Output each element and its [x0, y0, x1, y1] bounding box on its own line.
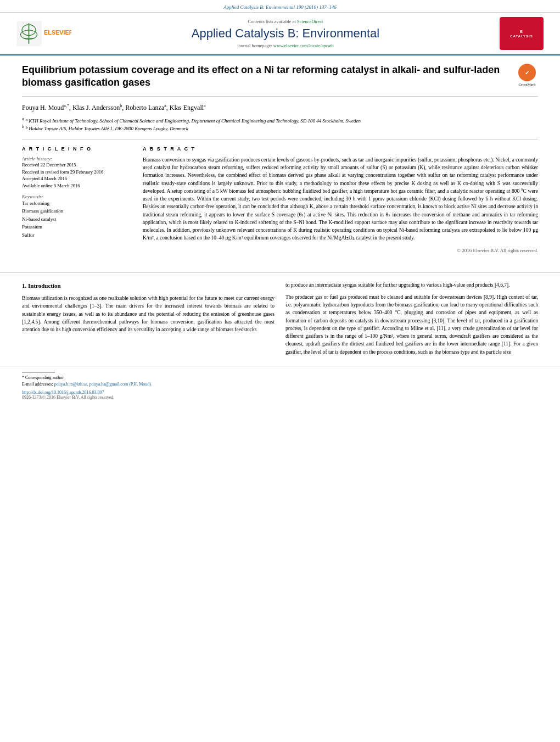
footer-doi[interactable]: http://dx.doi.org/10.1016/j.apcatb.2016.… — [22, 390, 538, 395]
online-date: Available online 5 March 2016 — [22, 182, 132, 189]
elsevier-logo: ELSEVIER — [16, 20, 71, 47]
article-history: Article history: Received 22 December 20… — [22, 156, 132, 189]
keywords-label: Keywords: — [22, 194, 132, 199]
article-info-col: A R T I C L E I N F O Article history: R… — [22, 146, 132, 253]
affiliation-a: a ᵃ KTH Royal Institute of Technology, S… — [22, 116, 538, 125]
intro-left-col: 1. Introduction Biomass utilization is r… — [22, 281, 275, 360]
svg-text:ELSEVIER: ELSEVIER — [44, 29, 71, 36]
intro-p1: Biomass utilization is recognized as one… — [22, 294, 275, 333]
svg-text:✓: ✓ — [525, 70, 529, 76]
copyright-line: © 2016 Elsevier B.V. All rights reserved… — [143, 248, 538, 253]
authors: Pouya H. Mouda,*, Klas J. Anderssonb, Ro… — [22, 103, 538, 112]
intro-right-col: to produce an intermediate syngas suitab… — [285, 281, 538, 360]
crossmark-badge: ✓ — [518, 64, 536, 81]
article-info-label: A R T I C L E I N F O — [22, 146, 132, 152]
received-date: Received 22 December 2015 — [22, 161, 132, 169]
crossmark: ✓ CrossMark — [516, 64, 538, 87]
introduction-section: 1. Introduction Biomass utilization is r… — [0, 281, 560, 360]
journal-title-center: Contents lists available at ScienceDirec… — [71, 19, 500, 48]
affiliations: a ᵃ KTH Royal Institute of Technology, S… — [22, 116, 538, 132]
article-title-section: Equilibrium potassium coverage and its e… — [22, 64, 538, 97]
article-title: Equilibrium potassium coverage and its e… — [22, 64, 511, 90]
keyword-1: Tar reforming — [22, 199, 132, 207]
intro-r-p2: The producer gas or fuel gas produced mu… — [285, 293, 538, 356]
abstract-label: A B S T R A C T — [143, 146, 538, 152]
article-info-abstract: A R T I C L E I N F O Article history: R… — [22, 139, 538, 253]
footer-divider — [22, 372, 55, 372]
abstract-paragraph: Biomass conversion to syngas via gasific… — [143, 156, 538, 242]
keywords-group: Keywords: Tar reforming Biomass gasifica… — [22, 194, 132, 239]
journal-ref: Applied Catalysis B: Environmental 190 (… — [11, 4, 549, 10]
footer-issn: 0926-3373/© 2016 Elsevier B.V. All right… — [22, 395, 538, 400]
journal-header: Applied Catalysis B: Environmental 190 (… — [0, 0, 560, 13]
contents-line: Contents lists available at ScienceDirec… — [71, 19, 500, 24]
revised-date: Received in revised form 29 February 201… — [22, 169, 132, 176]
accepted-date: Accepted 4 March 2016 — [22, 175, 132, 182]
crossmark-text: CrossMark — [518, 82, 535, 87]
intro-heading-text: 1. Introduction — [22, 282, 61, 289]
article-body: Equilibrium potassium coverage and its e… — [0, 55, 560, 264]
journal-title: Applied Catalysis B: Environmental — [71, 26, 500, 41]
intro-heading: 1. Introduction — [22, 281, 275, 291]
keyword-2: Biomass gasification — [22, 207, 132, 215]
abstract-text: Biomass conversion to syngas via gasific… — [143, 156, 538, 242]
header-row: ELSEVIER Contents lists available at Sci… — [0, 13, 560, 55]
affiliation-b: b ᵇ Haldor Topsøe A/S, Haldor Topsøes Al… — [22, 124, 538, 132]
keyword-4: Potassium — [22, 223, 132, 231]
homepage-line: journal homepage: www.elsevier.com/locat… — [71, 43, 500, 48]
intro-r-p1: to produce an intermediate syngas suitab… — [285, 281, 538, 289]
footer-corresponding: * Corresponding author. — [22, 375, 538, 381]
keyword-5: Sulfur — [22, 231, 132, 239]
footer-emails: E-mail addresses: pouya.h.m@kth.se, pouy… — [22, 381, 538, 388]
keyword-3: Ni-based catalyst — [22, 215, 132, 223]
keywords-list: Tar reforming Biomass gasification Ni-ba… — [22, 199, 132, 239]
page: Applied Catalysis B: Environmental 190 (… — [0, 0, 560, 742]
history-label: Article history: — [22, 156, 132, 161]
abstract-col: A B S T R A C T Biomass conversion to sy… — [143, 146, 538, 253]
section-divider — [0, 272, 560, 273]
article-footer: * Corresponding author. E-mail addresses… — [0, 366, 560, 400]
sciencedirect-link[interactable]: ScienceDirect — [297, 19, 323, 24]
catalyst-logo: B CATALYSIS — [500, 17, 544, 50]
homepage-link[interactable]: www.elsevier.com/locate/apcatb — [273, 43, 334, 48]
footer-email-links: pouya.h.m@kth.se, pouya.ha@gmail.com (P.… — [54, 382, 152, 387]
